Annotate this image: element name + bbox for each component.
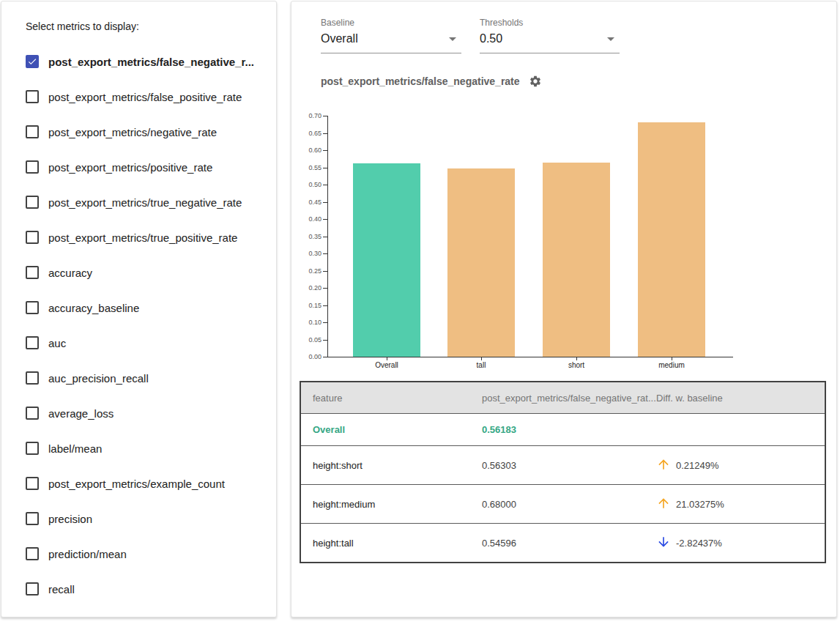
checkbox-unchecked-icon[interactable] [26,336,39,349]
metric-label: auc [48,337,66,349]
metric-label: average_loss [48,407,114,420]
metrics-table: feature post_export_metrics/false_negati… [300,381,826,563]
x-axis-tick [576,357,577,360]
y-axis-tick-label: 0.05 [295,336,321,344]
bar-overall[interactable] [353,163,420,357]
metric-label: post_export_metrics/false_negative_r... [48,56,254,68]
x-axis-tick [387,357,387,360]
y-axis-tick-label: 0.20 [295,284,321,292]
diff-value: 21.03275% [676,499,724,510]
checkbox-unchecked-icon[interactable] [26,582,39,596]
metrics-select-panel: Select metrics to display: post_export_m… [1,1,277,617]
checkbox-unchecked-icon[interactable] [26,301,39,314]
feature-cell: height:medium [301,499,482,510]
metric-checkbox-item[interactable]: post_export_metrics/true_negative_rate [1,185,276,220]
bar-medium[interactable] [638,122,705,357]
metric-checkbox-item[interactable]: post_export_metrics/true_positive_rate [1,220,276,255]
table-header-diff: Diff. w. baseline [656,393,825,404]
y-axis-tick [323,305,327,306]
checkbox-unchecked-icon[interactable] [26,442,39,455]
metric-checkbox-item[interactable]: post_export_metrics/example_count [1,466,276,501]
x-axis-category-label: tall [447,361,515,369]
metric-value-cell: 0.54596 [482,538,656,549]
bar-chart: 0.000.050.100.150.200.250.300.350.400.45… [291,1,838,379]
checkbox-unchecked-icon[interactable] [26,125,39,138]
y-axis-tick-label: 0.70 [295,112,321,119]
checkbox-unchecked-icon[interactable] [26,231,39,244]
metric-checkbox-item[interactable]: average_loss [1,396,276,431]
table-row: height:medium0.6800021.03275% [301,484,825,523]
x-axis-category-label: medium [638,361,705,369]
metrics-list: post_export_metrics/false_negative_r...p… [1,44,276,606]
arrow-up-icon [656,496,671,513]
metric-label: label/mean [48,442,102,455]
y-axis-tick-label: 0.50 [295,181,321,188]
checkbox-unchecked-icon[interactable] [26,477,39,490]
metric-checkbox-item[interactable]: accuracy_baseline [1,290,276,325]
y-axis-tick [323,150,327,151]
metric-checkbox-item[interactable]: post_export_metrics/positive_rate [1,149,276,185]
metric-checkbox-item[interactable]: precision [1,501,276,536]
y-axis-tick [323,219,327,220]
checkbox-unchecked-icon[interactable] [26,266,39,279]
metric-value-cell: 0.68000 [482,499,656,510]
table-header-row: feature post_export_metrics/false_negati… [301,382,825,413]
checkbox-unchecked-icon[interactable] [26,196,39,209]
checkbox-unchecked-icon[interactable] [26,407,39,420]
metric-label: post_export_metrics/example_count [48,478,225,490]
checkbox-unchecked-icon[interactable] [26,512,39,525]
metric-label: post_export_metrics/negative_rate [48,126,217,138]
diff-cell: 0.21249% [656,457,825,474]
y-axis-tick [323,288,327,289]
metric-checkbox-item[interactable]: auc [1,325,276,360]
x-axis-tick [481,357,482,360]
checkbox-checked-icon[interactable] [26,55,39,68]
metric-checkbox-item[interactable]: label/mean [1,431,276,466]
x-axis-tick [672,357,672,360]
checkbox-unchecked-icon[interactable] [26,160,39,174]
bar-tall[interactable] [447,168,515,357]
metric-label: prediction/mean [48,548,127,560]
table-body: Overall0.56183height:short0.563030.21249… [301,413,825,562]
metric-label: precision [48,513,92,525]
y-axis-tick [323,116,327,116]
metric-checkbox-item[interactable]: accuracy [1,255,276,290]
metric-label: post_export_metrics/false_positive_rate [48,91,242,103]
metric-checkbox-item[interactable]: prediction/mean [1,536,276,571]
diff-cell: -2.82437% [656,535,825,552]
y-axis-tick-label: 0.10 [295,319,321,326]
checkbox-unchecked-icon[interactable] [26,371,39,385]
feature-cell: Overall [301,424,482,435]
metric-label: accuracy [48,267,92,279]
metric-checkbox-item[interactable]: post_export_metrics/negative_rate [1,114,276,149]
y-axis-tick [323,357,327,357]
diff-cell: 21.03275% [656,496,825,513]
table-header-metric: post_export_metrics/false_negative_rat..… [482,393,656,404]
feature-cell: height:tall [301,538,482,549]
metric-checkbox-item[interactable]: recall [1,571,276,606]
y-axis-tick [323,340,327,341]
diff-value: -2.82437% [676,538,722,549]
arrow-down-icon [656,535,671,552]
y-axis-tick [323,133,327,134]
metric-checkbox-item[interactable]: post_export_metrics/false_positive_rate [1,79,276,114]
metric-value-cell: 0.56303 [482,460,656,471]
checkbox-unchecked-icon[interactable] [26,547,39,560]
feature-cell: height:short [301,460,482,471]
metric-checkbox-item[interactable]: auc_precision_recall [1,360,276,396]
y-axis-tick-label: 0.00 [295,353,321,360]
checkbox-unchecked-icon[interactable] [26,90,39,103]
metric-checkbox-item[interactable]: post_export_metrics/false_negative_r... [1,44,276,79]
arrow-up-icon [656,457,671,474]
y-axis-tick [323,168,327,168]
metric-value-cell: 0.56183 [482,424,656,435]
diff-value: 0.21249% [676,460,719,471]
y-axis-tick-label: 0.45 [295,199,321,206]
table-row: height:short0.563030.21249% [301,445,825,484]
y-axis-tick [323,322,327,323]
metric-label: recall [48,583,75,596]
metric-label: post_export_metrics/true_negative_rate [48,196,242,209]
bar-short[interactable] [543,163,610,357]
metric-label: accuracy_baseline [48,302,139,314]
y-axis-tick [323,253,327,254]
